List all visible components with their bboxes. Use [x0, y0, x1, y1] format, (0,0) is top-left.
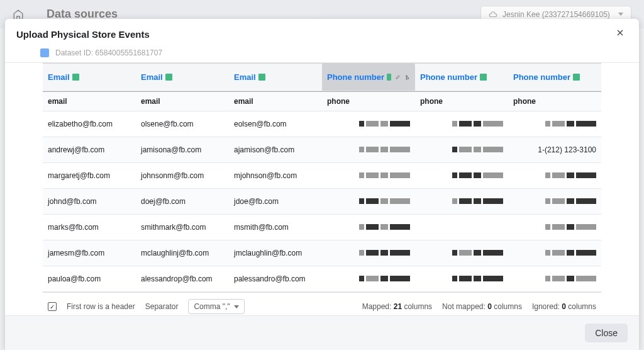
- file-header-cell: email: [229, 92, 322, 111]
- chevron-down-icon: [618, 13, 623, 16]
- file-header-cell: phone: [508, 92, 601, 111]
- mapping-cell[interactable]: Email: [43, 64, 136, 91]
- redacted-value: [420, 198, 503, 204]
- table-cell: [508, 240, 601, 266]
- table-footer: First row is a header Separator Comma ",…: [43, 292, 601, 315]
- table-cell: [508, 163, 601, 188]
- table-row: pauloa@fb.comalessandrop@fb.compalessand…: [43, 266, 601, 292]
- table-cell: [508, 266, 601, 291]
- table-cell: marks@fb.com: [43, 215, 136, 240]
- table-row: johnd@fb.comdoej@fb.comjdoe@fb.com: [43, 189, 601, 215]
- redacted-value: [420, 276, 503, 281]
- table-cell: mclaughlinj@fb.com: [136, 240, 229, 266]
- modal-header: Upload Physical Store Events: [5, 19, 639, 48]
- mapping-label: Phone number: [420, 72, 477, 82]
- cursor-icon: [404, 73, 410, 82]
- redacted-value: [327, 147, 410, 152]
- modal-title: Upload Physical Store Events: [16, 29, 150, 40]
- table-cell: [322, 137, 415, 162]
- first-row-header-label: First row is a header: [67, 302, 135, 311]
- table-cell: [322, 111, 415, 137]
- mapping-status-icon: [387, 74, 391, 81]
- cloud-icon: [489, 10, 497, 19]
- table-cell: jamisona@fb.com: [136, 137, 229, 162]
- separator-label: Separator: [145, 302, 179, 311]
- redacted-value: [327, 250, 410, 256]
- table-cell: eolsen@fb.com: [229, 111, 322, 137]
- redacted-value: [327, 276, 410, 281]
- table-cell: mjohnson@fb.com: [229, 163, 322, 188]
- redacted-value: [513, 198, 596, 204]
- table-cell: alessandrop@fb.com: [136, 266, 229, 291]
- table-cell: [322, 215, 415, 240]
- table-cell: elizabetho@fb.com: [43, 111, 136, 137]
- notmapped-stat: Not mapped: 0 columns: [442, 302, 522, 311]
- mapping-cell[interactable]: Email: [136, 64, 229, 91]
- table-cell: jmclaughlin@fb.com: [229, 240, 322, 266]
- table-cell: [415, 240, 508, 266]
- mapping-cell[interactable]: Email: [229, 64, 322, 91]
- table-cell: olsene@fb.com: [136, 111, 229, 137]
- mapping-label: Phone number: [513, 72, 570, 82]
- mapped-stat: Mapped: 21 columns: [362, 302, 432, 311]
- redacted-value: [513, 224, 596, 230]
- redacted-value: [420, 172, 503, 178]
- first-row-header-checkbox[interactable]: [48, 302, 57, 311]
- table-cell: [415, 137, 508, 162]
- table-cell: andrewj@fb.com: [43, 137, 136, 162]
- separator-value: Comma ",": [194, 302, 230, 311]
- mapping-status-icon: [165, 74, 172, 81]
- close-button[interactable]: Close: [585, 324, 628, 342]
- redacted-value: [513, 250, 596, 256]
- file-header-cell: phone: [322, 92, 415, 111]
- close-icon: [615, 28, 625, 38]
- table-cell: [322, 266, 415, 291]
- mapping-cell[interactable]: Phone number: [322, 64, 415, 91]
- redacted-value: [513, 276, 596, 281]
- redacted-value: [327, 172, 410, 178]
- table-cell: johnsonm@fb.com: [136, 163, 229, 188]
- edit-icon: [395, 74, 400, 81]
- mapping-label: Email: [234, 72, 256, 82]
- mapping-label: Email: [48, 72, 70, 82]
- dataset-info: Dataset ID: 6584005551681707: [5, 48, 639, 62]
- table-cell: jamesm@fb.com: [43, 240, 136, 266]
- table-cell: msmith@fb.com: [229, 215, 322, 240]
- redacted-value: [327, 224, 410, 230]
- table-cell: ajamison@fb.com: [229, 137, 322, 162]
- table-cell: [415, 215, 508, 240]
- table-cell: smithmark@fb.com: [136, 215, 229, 240]
- table-cell: [415, 111, 508, 137]
- upload-modal: Upload Physical Store Events Dataset ID:…: [5, 19, 639, 350]
- table-cell: [322, 240, 415, 266]
- table-cell: pauloa@fb.com: [43, 266, 136, 291]
- mapping-status-icon: [72, 74, 79, 81]
- table-cell: 1-(212) 123-3100: [508, 137, 601, 162]
- table-cell: doej@fb.com: [136, 189, 229, 214]
- mapping-label: Email: [141, 72, 163, 82]
- file-header-cell: email: [43, 92, 136, 111]
- table-cell: [508, 189, 601, 214]
- mapping-status-icon: [573, 74, 580, 81]
- table-cell: johnd@fb.com: [43, 189, 136, 214]
- mapping-cell[interactable]: Phone number: [508, 64, 601, 91]
- table-cell: jdoe@fb.com: [229, 189, 322, 214]
- table-row: jamesm@fb.commclaughlinj@fb.comjmclaughl…: [43, 240, 601, 266]
- table-cell: [415, 163, 508, 188]
- table-row: margaretj@fb.comjohnsonm@fb.commjohnson@…: [43, 163, 601, 189]
- table-row: andrewj@fb.comjamisona@fb.comajamison@fb…: [43, 137, 601, 163]
- redacted-value: [420, 121, 503, 127]
- table-cell: margaretj@fb.com: [43, 163, 136, 188]
- table-cell: [415, 266, 508, 291]
- mapping-status-icon: [480, 74, 487, 81]
- mapping-cell[interactable]: Phone number: [415, 64, 508, 91]
- file-header-cell: phone: [415, 92, 508, 111]
- preview-table: EmailEmailEmailPhone numberPhone numberP…: [5, 63, 639, 315]
- separator-select[interactable]: Comma ",": [188, 299, 244, 314]
- table-cell: [415, 189, 508, 214]
- account-name: Jesnin Kee (233727154669105): [502, 10, 613, 19]
- ignored-stat: Ignored: 0 columns: [532, 302, 596, 311]
- mapping-status-icon: [258, 74, 265, 81]
- redacted-value: [327, 198, 410, 204]
- close-icon-button[interactable]: [613, 25, 628, 43]
